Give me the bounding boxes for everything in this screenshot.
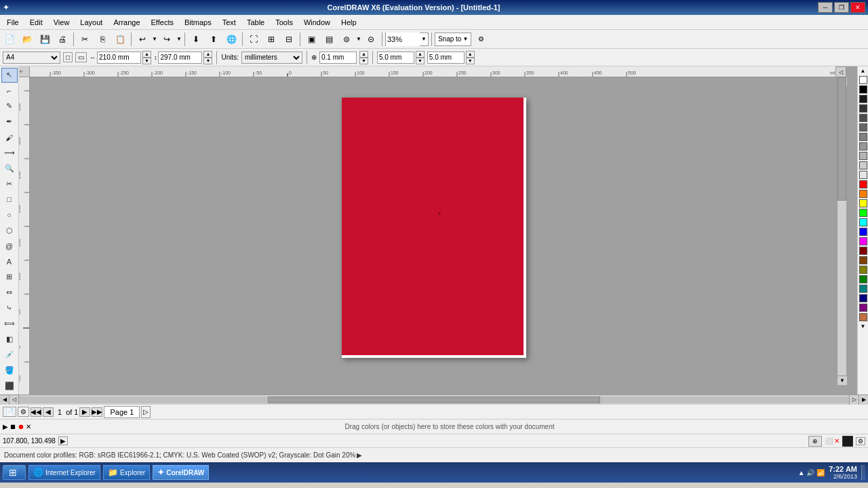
color-purple[interactable] xyxy=(859,304,867,312)
align-dropdown[interactable]: ▼ xyxy=(356,32,361,47)
menu-arrange[interactable]: Arrange xyxy=(108,17,145,28)
color-darkred[interactable] xyxy=(859,247,867,255)
distribute-button[interactable]: ⊝ xyxy=(363,32,379,47)
page-size-select[interactable]: A4 xyxy=(3,52,60,64)
offset-y-input[interactable] xyxy=(427,52,465,64)
crop-tool[interactable]: ✂ xyxy=(1,176,18,191)
play-btn[interactable]: ▶ xyxy=(3,423,8,430)
table-tool[interactable]: ⊞ xyxy=(1,270,18,285)
blend-tool[interactable]: ⟺ xyxy=(1,317,18,331)
freehand-tool[interactable]: ✎ xyxy=(1,99,18,114)
fullscreen-button[interactable]: ⛶ xyxy=(245,32,262,47)
color-gray50[interactable] xyxy=(859,133,867,141)
start-button[interactable]: ⊞ xyxy=(3,465,26,480)
color-red[interactable] xyxy=(859,180,867,188)
nudge-input[interactable] xyxy=(319,52,357,64)
color-white[interactable] xyxy=(859,76,867,84)
close-button[interactable]: ✕ xyxy=(850,2,865,13)
zoom-dropdown[interactable]: 33% xyxy=(386,33,420,46)
dimension-tool[interactable]: ⇔ xyxy=(1,285,18,300)
color-olive[interactable] xyxy=(859,266,867,274)
offset-x-down[interactable]: ▼ xyxy=(416,58,425,64)
document-page[interactable] xyxy=(342,98,526,358)
palette-scroll-down[interactable]: ▼ xyxy=(861,323,866,329)
page-tab-add[interactable]: ▷ xyxy=(141,406,151,418)
width-input[interactable] xyxy=(97,52,141,64)
publish-button[interactable]: 🌐 xyxy=(223,32,239,47)
shape-tool[interactable]: ⌐ xyxy=(1,83,18,98)
width-up[interactable]: ▲ xyxy=(142,51,151,58)
color-gray20[interactable] xyxy=(859,161,867,169)
color-yellow[interactable] xyxy=(859,199,867,207)
ellipse-tool[interactable]: ○ xyxy=(1,207,18,222)
taskbar-ie[interactable]: 🌐 Internet Explorer xyxy=(28,465,100,480)
hscroll-expand-left[interactable]: ◁ xyxy=(9,395,19,405)
color-black[interactable] xyxy=(859,85,867,94)
page-add-icon[interactable]: 📄 xyxy=(3,407,16,417)
color-gray10[interactable] xyxy=(859,171,867,179)
connector-tool[interactable]: ⤷ xyxy=(1,301,18,316)
smear-tool[interactable]: ⟿ xyxy=(1,146,18,161)
hscroll-thumb[interactable] xyxy=(268,396,600,403)
nudge-down[interactable]: ▼ xyxy=(359,58,368,64)
canvas-area[interactable]: ✛ -350 -300 -250 -200 -150 -100 xyxy=(19,66,857,394)
statusbar-icon1[interactable]: ⊕ xyxy=(808,436,822,447)
vscroll-thumb[interactable] xyxy=(837,77,846,201)
align-button[interactable]: ⊜ xyxy=(338,32,355,47)
offset-y-down[interactable]: ▼ xyxy=(466,58,475,64)
menu-layout[interactable]: Layout xyxy=(75,17,108,28)
animate-btn[interactable]: ▶ xyxy=(58,436,68,445)
transparency-tool[interactable]: ◧ xyxy=(1,331,18,346)
text-tool[interactable]: A xyxy=(1,254,18,269)
snap-dropdown-arrow[interactable]: ▼ xyxy=(462,36,468,42)
color-gray60[interactable] xyxy=(859,123,867,131)
minimize-button[interactable]: ─ xyxy=(818,2,833,13)
menu-text[interactable]: Text xyxy=(217,17,241,28)
red-rectangle[interactable] xyxy=(342,98,524,355)
menu-file[interactable]: File xyxy=(1,17,24,28)
menu-bitmaps[interactable]: Bitmaps xyxy=(179,17,217,28)
canvas-content[interactable] xyxy=(30,77,857,394)
palette-scroll-up[interactable]: ▲ xyxy=(861,68,866,74)
fill-x-btn[interactable]: ✕ xyxy=(834,437,840,445)
height-up[interactable]: ▲ xyxy=(203,51,212,58)
page-next-button[interactable]: ▶ xyxy=(79,407,90,417)
artistic-tool[interactable]: 🖌 xyxy=(1,130,18,145)
record-btn[interactable]: ⏺ xyxy=(18,423,24,430)
save-button[interactable]: 💾 xyxy=(37,32,53,47)
right-panel-collapse[interactable]: ◁ xyxy=(835,66,846,77)
hscroll-expand-right[interactable]: ▷ xyxy=(849,395,859,405)
menu-view[interactable]: View xyxy=(48,17,75,28)
hscroll-left[interactable]: ◀ xyxy=(0,395,9,405)
ungroup-button[interactable]: ▤ xyxy=(321,32,337,47)
height-down[interactable]: ▼ xyxy=(203,58,212,64)
color-cyan[interactable] xyxy=(859,218,867,226)
color-blue[interactable] xyxy=(859,228,867,236)
color-gray30[interactable] xyxy=(859,152,867,160)
spiral-tool[interactable]: @ xyxy=(1,239,18,253)
color-darkgreen[interactable] xyxy=(859,275,867,283)
open-button[interactable]: 📂 xyxy=(19,32,35,47)
pen-tool[interactable]: ✒ xyxy=(1,115,18,129)
view-options2-button[interactable]: ⊟ xyxy=(281,32,297,47)
paste-button[interactable]: 📋 xyxy=(112,32,128,47)
import-button[interactable]: ⬇ xyxy=(188,32,204,47)
copy-button[interactable]: ⎘ xyxy=(94,32,111,47)
color-teal[interactable] xyxy=(859,285,867,293)
offset-y-up[interactable]: ▲ xyxy=(466,51,475,58)
color-orange[interactable] xyxy=(859,190,867,198)
redo-button[interactable]: ↪ xyxy=(159,32,175,47)
page-last-button[interactable]: ▶▶ xyxy=(92,407,102,417)
profile-expand-icon[interactable]: ▶ xyxy=(357,451,362,459)
color-gray70[interactable] xyxy=(859,114,867,122)
color-gray40[interactable] xyxy=(859,142,867,150)
cut-button[interactable]: ✂ xyxy=(77,32,93,47)
taskbar-explorer[interactable]: 📁 Explorer xyxy=(103,465,150,480)
menu-table[interactable]: Table xyxy=(241,17,270,28)
close-rec-btn[interactable]: ✕ xyxy=(26,423,31,430)
vscroll-down[interactable]: ▼ xyxy=(837,375,847,385)
taskbar-coreldraw[interactable]: ✦ CorelDRAW xyxy=(153,465,209,480)
page-landscape-btn[interactable]: ▭ xyxy=(75,52,87,62)
nudge-up[interactable]: ▲ xyxy=(359,51,368,58)
smartfill-tool[interactable]: ⬛ xyxy=(1,378,18,393)
